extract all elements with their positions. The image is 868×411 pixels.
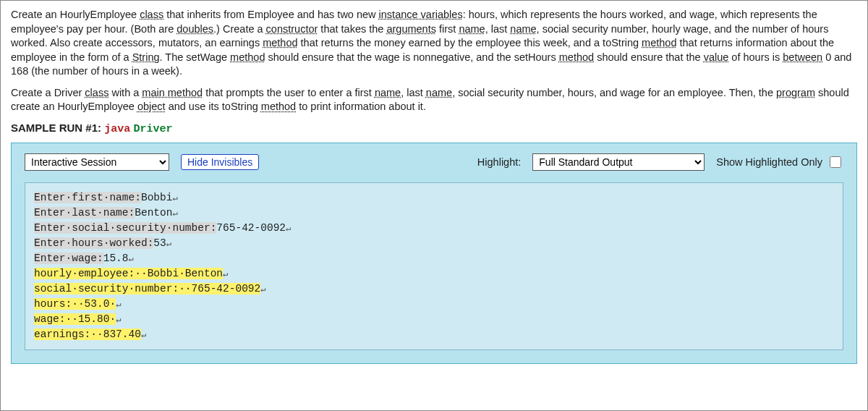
terminal-line: Enter·wage:15.8↵: [34, 251, 834, 266]
sample-run-heading: SAMPLE RUN #1: java Driver: [11, 122, 857, 135]
terminal-line: Enter·last·name:Benton↵: [34, 206, 834, 221]
prose-segment: that takes the: [318, 23, 386, 35]
prose-segment: main method: [142, 87, 203, 98]
problem-paragraph-2: Create a Driver class with a main method…: [11, 86, 857, 114]
prose-segment: Create an HourlyEmployee: [11, 9, 140, 20]
prose-segment: should ensure that the: [594, 51, 704, 63]
prose-segment: String: [132, 51, 160, 63]
prose-segment: , social security number, hours, and wag…: [452, 87, 776, 98]
return-icon: ↵: [172, 193, 177, 203]
prose-segment: program: [776, 87, 815, 98]
terminal-text: Benton: [135, 207, 172, 219]
terminal-line: Enter·hours·worked:53↵: [34, 236, 834, 251]
prose-segment: should ensure that the wage is nonnegati…: [265, 51, 558, 63]
terminal-prompt: Enter·wage:: [34, 253, 103, 264]
prose-segment: class: [140, 9, 163, 20]
show-highlighted-label: Show Highlighted Only: [716, 156, 822, 168]
prose-segment: name: [459, 23, 485, 35]
terminal-prompt: Enter·first·name:: [34, 192, 141, 203]
sample-run-java: java: [104, 123, 130, 135]
prose-segment: that returns the money earned by the emp…: [298, 37, 642, 48]
prose-segment: class: [85, 87, 109, 98]
terminal-line: social·security·number:··765-42-0092↵: [34, 281, 834, 297]
prose-segment: that prompts the user to enter a first: [203, 87, 375, 98]
prose-segment: method: [263, 37, 297, 48]
return-icon: ↵: [260, 284, 265, 295]
prose-segment: constructor: [266, 23, 318, 35]
terminal-highlighted: hours:··53.0·: [34, 298, 116, 310]
terminal-text: 53: [153, 237, 166, 249]
return-icon: ↵: [129, 254, 134, 264]
return-icon: ↵: [166, 239, 171, 249]
prose-segment: Create a Driver: [11, 87, 85, 98]
prose-segment: method: [642, 37, 676, 48]
return-icon: ↵: [286, 224, 291, 234]
terminal-line: wage:··15.80·↵: [34, 312, 834, 327]
terminal-prompt: Enter·hours·worked:: [34, 237, 153, 249]
prose-segment: . The setWage: [160, 51, 231, 63]
return-icon: ↵: [141, 330, 146, 340]
prose-segment: object: [137, 101, 166, 112]
prose-segment: arguments: [386, 23, 436, 35]
return-icon: ↵: [223, 269, 228, 279]
output-panel: Interactive Session Hide Invisibles High…: [11, 143, 857, 364]
prose-segment: .) Create a: [213, 23, 266, 35]
terminal-line: earnings:··837.40↵: [34, 327, 834, 342]
prose-segment: with a: [109, 87, 142, 98]
prose-segment: method: [230, 51, 265, 63]
terminal-line: hourly·employee:··Bobbi·Benton↵: [34, 266, 834, 281]
terminal-line: Enter·first·name:Bobbi↵: [34, 190, 834, 206]
problem-paragraph-1: Create an HourlyEmployee class that inhe…: [11, 8, 857, 79]
sample-run-prefix: SAMPLE RUN #1:: [11, 122, 101, 134]
page-container: Create an HourlyEmployee class that inhe…: [0, 0, 868, 411]
prose-segment: name: [426, 87, 452, 98]
highlight-select[interactable]: Full Standard Output: [532, 153, 705, 171]
sample-run-driver: Driver: [133, 123, 172, 135]
prose-segment: method: [261, 101, 296, 112]
terminal-prompt: Enter·social·security·number:: [34, 222, 216, 234]
terminal-highlighted: social·security·number:··765-42-0092: [34, 283, 260, 295]
prose-segment: and use its toString: [166, 101, 261, 112]
prose-segment: instance variables: [379, 9, 463, 20]
highlight-label: Highlight:: [477, 156, 521, 168]
terminal-text: 765-42-0092: [216, 222, 286, 234]
panel-toolbar: Interactive Session Hide Invisibles High…: [25, 153, 843, 171]
show-highlighted-checkbox[interactable]: [830, 156, 841, 168]
prose-segment: name: [510, 23, 536, 35]
prose-segment: method: [559, 51, 594, 63]
terminal-line: hours:··53.0·↵: [34, 297, 834, 312]
terminal-output: Enter·first·name:Bobbi↵Enter·last·name:B…: [25, 182, 843, 350]
prose-segment: that inherits from Employee and has two …: [163, 9, 378, 20]
return-icon: ↵: [116, 315, 121, 325]
prose-segment: between: [783, 51, 822, 63]
session-select[interactable]: Interactive Session: [25, 153, 169, 171]
terminal-line: Enter·social·security·number:765-42-0092…: [34, 221, 834, 236]
prose-segment: doubles: [176, 23, 213, 35]
terminal-highlighted: wage:··15.80·: [34, 313, 116, 325]
terminal-text: 15.8: [103, 253, 129, 264]
return-icon: ↵: [172, 208, 177, 219]
prose-segment: value: [704, 51, 729, 63]
terminal-text: Bobbi: [141, 192, 173, 203]
prose-segment: , last: [401, 87, 426, 98]
hide-invisibles-button[interactable]: Hide Invisibles: [181, 154, 259, 170]
return-icon: ↵: [116, 300, 121, 310]
terminal-highlighted: earnings:··837.40: [34, 329, 141, 340]
terminal-highlighted: hourly·employee:··Bobbi·Benton: [34, 268, 223, 279]
terminal-prompt: Enter·last·name:: [34, 207, 135, 219]
prose-segment: to print information about it.: [296, 101, 426, 112]
prose-segment: name: [375, 87, 401, 98]
show-highlighted-wrap: Show Highlighted Only: [716, 154, 843, 170]
prose-segment: , last: [485, 23, 511, 35]
prose-segment: first: [436, 23, 459, 35]
prose-segment: of hours is: [728, 51, 783, 63]
